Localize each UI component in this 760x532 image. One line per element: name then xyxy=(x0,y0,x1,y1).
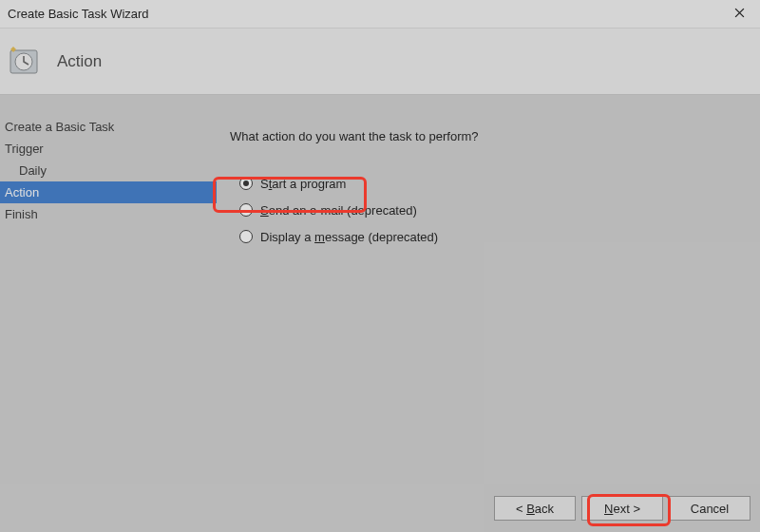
sidebar-item-create[interactable]: Create a Basic Task xyxy=(0,116,217,138)
step-title: Action xyxy=(57,52,102,71)
radio-icon xyxy=(239,177,253,190)
button-label: Cancel xyxy=(691,502,729,516)
radio-send-email[interactable]: Send an e-mail (deprecated) xyxy=(230,197,747,223)
sidebar-item-trigger[interactable]: Trigger xyxy=(0,138,217,160)
titlebar: Create Basic Task Wizard xyxy=(0,0,760,28)
radio-label: Start a program xyxy=(260,177,346,191)
radio-icon xyxy=(239,203,253,217)
sidebar-item-finish[interactable]: Finish xyxy=(0,203,217,225)
content-pane: What action do you want the task to perf… xyxy=(217,95,760,484)
sidebar: Create a Basic Task Trigger Daily Action… xyxy=(0,95,217,484)
wizard-body: Create a Basic Task Trigger Daily Action… xyxy=(0,95,760,484)
prompt-text: What action do you want the task to perf… xyxy=(230,129,747,143)
footer: < Back Next > Cancel xyxy=(0,484,760,532)
next-button[interactable]: Next > xyxy=(581,496,663,521)
window-title: Create Basic Task Wizard xyxy=(8,7,149,21)
wizard-header: Action xyxy=(0,28,760,95)
button-label: < Back xyxy=(516,502,554,516)
close-button[interactable] xyxy=(718,0,760,28)
radio-start-program[interactable]: Start a program xyxy=(230,170,747,197)
cancel-button[interactable]: Cancel xyxy=(669,496,750,521)
wizard-clock-icon xyxy=(8,46,40,78)
radio-label: Send an e-mail (deprecated) xyxy=(260,203,417,218)
radio-icon xyxy=(239,230,253,243)
close-icon xyxy=(734,7,745,21)
button-label: Next > xyxy=(604,502,640,516)
radio-label: Display a message (deprecated) xyxy=(260,230,438,244)
sidebar-item-action[interactable]: Action xyxy=(0,181,217,203)
radio-display-message[interactable]: Display a message (deprecated) xyxy=(230,223,747,250)
back-button[interactable]: < Back xyxy=(494,496,576,521)
sidebar-item-daily[interactable]: Daily xyxy=(0,160,217,181)
